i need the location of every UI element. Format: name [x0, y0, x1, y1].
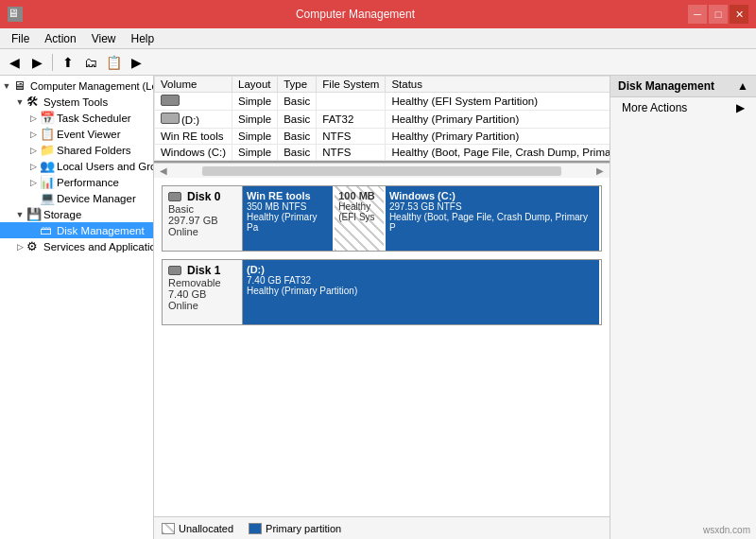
app-icon: 🖥: [8, 7, 23, 22]
col-status: Status: [386, 77, 610, 93]
window-title: Computer Management: [23, 8, 688, 21]
tree-panel: ▼ 🖥 Computer Management (Local ▼ 🛠 Syste…: [0, 76, 154, 539]
actions-header: Disk Management ▲: [610, 76, 756, 97]
toolbar-btn-4[interactable]: 🗂: [80, 52, 101, 73]
watermark: wsxdn.com: [703, 525, 750, 535]
tree-performance[interactable]: ▷ 📊 Performance: [0, 174, 153, 190]
tree-task-scheduler[interactable]: ▷ 📅 Task Scheduler: [0, 110, 153, 126]
tree-storage[interactable]: ▼ 💾 Storage: [0, 206, 153, 222]
close-button[interactable]: ✕: [730, 5, 748, 24]
window-controls: ─ □ ✕: [688, 5, 748, 24]
partition-0-2[interactable]: Windows (C:) 297.53 GB NTFS Healthy (Boo…: [386, 186, 601, 251]
folder-icon: 📁: [40, 143, 55, 157]
disk-mgmt-icon: 🗃: [40, 223, 55, 237]
legend: Unallocated Primary partition: [154, 516, 610, 539]
device-icon: 💻: [40, 191, 55, 205]
tree-services[interactable]: ▷ ⚙ Services and Applications: [0, 238, 153, 254]
menu-view[interactable]: View: [84, 30, 124, 47]
tree-shared-folders[interactable]: ▷ 📁 Shared Folders: [0, 142, 153, 158]
table-row[interactable]: (D:)SimpleBasicFAT32Healthy (Primary Par…: [155, 111, 610, 129]
computer-icon: 🖥: [13, 78, 28, 93]
perf-icon: 📊: [40, 175, 55, 189]
forward-button[interactable]: ▶: [26, 52, 47, 73]
legend-primary-label: Primary partition: [266, 523, 341, 534]
storage-icon: 💾: [26, 207, 42, 221]
toolbar-btn-5[interactable]: 📋: [103, 52, 124, 73]
title-bar: 🖥 Computer Management ─ □ ✕: [0, 0, 756, 28]
table-row[interactable]: Win RE toolsSimpleBasicNTFSHealthy (Prim…: [155, 129, 610, 145]
disk-partitions-1: (D:) 7.40 GB FAT32 Healthy (Primary Part…: [243, 260, 601, 324]
disk-info-0: Disk 0 Basic 297.97 GB Online: [163, 186, 243, 251]
legend-box-primary: [249, 523, 262, 534]
horizontal-scrollbar[interactable]: ◀ ▶: [154, 163, 610, 178]
toolbar-separator: [52, 54, 53, 71]
legend-box-unalloc: [162, 523, 175, 534]
up-button[interactable]: ⬆: [58, 52, 78, 73]
tree-local-users[interactable]: ▷ 👥 Local Users and Groups: [0, 158, 153, 174]
main-container: ▼ 🖥 Computer Management (Local ▼ 🛠 Syste…: [0, 76, 756, 539]
content-panel: Volume Layout Type File System Status Ca…: [154, 76, 610, 539]
event-icon: 📋: [40, 127, 55, 141]
disk-partitions-0: Win RE tools 350 MB NTFS Healthy (Primar…: [243, 186, 601, 251]
col-type: Type: [278, 77, 317, 93]
menu-file[interactable]: File: [4, 30, 37, 47]
disk-visual-area: Disk 0 Basic 297.97 GB Online Win RE too…: [154, 178, 610, 516]
table-row[interactable]: SimpleBasicHealthy (EFI System Partition…: [155, 93, 610, 111]
more-actions-item[interactable]: More Actions ▶: [610, 97, 756, 118]
disk-row-0: Disk 0 Basic 297.97 GB Online Win RE too…: [162, 185, 602, 252]
partition-0-0[interactable]: Win RE tools 350 MB NTFS Healthy (Primar…: [243, 186, 335, 251]
tree-event-viewer[interactable]: ▷ 📋 Event Viewer: [0, 126, 153, 142]
col-layout: Layout: [232, 77, 278, 93]
menu-help[interactable]: Help: [124, 30, 163, 47]
legend-unalloc-label: Unallocated: [179, 523, 233, 534]
actions-panel: Disk Management ▲ More Actions ▶: [610, 76, 756, 539]
menu-bar: File Action View Help: [0, 28, 756, 49]
task-icon: 📅: [40, 111, 55, 125]
disk-table-wrapper[interactable]: Volume Layout Type File System Status Ca…: [154, 76, 610, 163]
col-fs: File System: [317, 77, 386, 93]
disk-info-1: Disk 1 Removable 7.40 GB Online: [163, 260, 243, 324]
users-icon: 👥: [40, 159, 55, 173]
services-icon: ⚙: [26, 239, 42, 253]
table-row[interactable]: Windows (C:)SimpleBasicNTFSHealthy (Boot…: [155, 145, 610, 161]
disk-row-1: Disk 1 Removable 7.40 GB Online (D:) 7.4…: [162, 259, 602, 325]
toolbar-btn-6[interactable]: ▶: [126, 52, 146, 73]
tools-icon: 🛠: [26, 95, 42, 109]
tree-disk-management[interactable]: 🗃 Disk Management: [0, 222, 153, 238]
partition-1-0[interactable]: (D:) 7.40 GB FAT32 Healthy (Primary Part…: [243, 260, 601, 324]
maximize-button[interactable]: □: [709, 5, 728, 24]
col-volume: Volume: [155, 77, 232, 93]
partition-0-1[interactable]: 100 MB Healthy (EFI Sys: [335, 186, 386, 251]
legend-unallocated: Unallocated: [162, 523, 233, 534]
toolbar: ◀ ▶ ⬆ 🗂 📋 ▶: [0, 49, 756, 76]
tree-device-manager[interactable]: 💻 Device Manager: [0, 190, 153, 206]
tree-system-tools[interactable]: ▼ 🛠 System Tools: [0, 94, 153, 110]
disk-table: Volume Layout Type File System Status Ca…: [154, 76, 610, 161]
back-button[interactable]: ◀: [4, 52, 25, 73]
menu-action[interactable]: Action: [37, 30, 83, 47]
minimize-button[interactable]: ─: [688, 5, 707, 24]
tree-root[interactable]: ▼ 🖥 Computer Management (Local: [0, 78, 153, 94]
legend-primary: Primary partition: [249, 523, 341, 534]
